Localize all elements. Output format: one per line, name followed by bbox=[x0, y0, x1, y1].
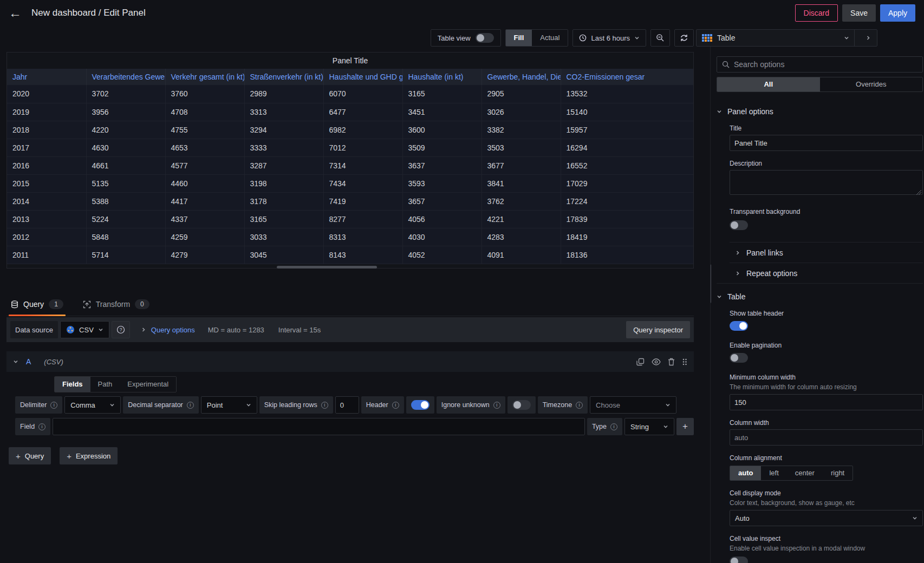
chevron-right-icon bbox=[735, 271, 740, 276]
decimal-separator-select[interactable]: Point bbox=[201, 396, 257, 414]
query-ref-id[interactable]: A bbox=[26, 357, 31, 366]
align-left-option[interactable]: left bbox=[761, 466, 786, 480]
tab-all[interactable]: All bbox=[717, 77, 820, 91]
cell-display-mode-desc: Color text, background, show as gauge, e… bbox=[730, 499, 923, 507]
max-data-points-info: MD = auto = 1283 bbox=[208, 326, 264, 334]
top-navbar: ← New dashboard / Edit Panel Discard Sav… bbox=[0, 0, 924, 26]
skip-leading-rows-input[interactable] bbox=[335, 396, 359, 414]
table-cell: 17224 bbox=[561, 192, 693, 210]
discard-button[interactable]: Discard bbox=[795, 4, 838, 22]
collapse-options-button[interactable] bbox=[860, 29, 877, 47]
back-arrow-icon[interactable]: ← bbox=[9, 6, 22, 19]
table-cell: 2018 bbox=[7, 121, 86, 139]
subtab-experimental[interactable]: Experimental bbox=[120, 377, 176, 392]
table-cell: 4091 bbox=[481, 246, 561, 264]
cell-display-mode-select[interactable]: Auto bbox=[730, 510, 923, 526]
add-query-button[interactable]: +Query bbox=[9, 447, 51, 464]
table-section-header[interactable]: Table bbox=[717, 283, 923, 301]
table-cell: 15957 bbox=[561, 121, 693, 139]
panel-links-row[interactable]: Panel links bbox=[730, 242, 923, 263]
min-column-width-input[interactable] bbox=[730, 394, 923, 410]
table-cell: 3702 bbox=[86, 85, 165, 103]
cell-display-mode-label: Cell display mode bbox=[730, 489, 923, 497]
header-toggle[interactable] bbox=[411, 400, 430, 410]
drag-handle-icon[interactable] bbox=[682, 358, 687, 366]
vertical-scrollbar[interactable] bbox=[710, 264, 711, 303]
subtab-path[interactable]: Path bbox=[90, 377, 120, 392]
panel-options-section-header[interactable]: Panel options bbox=[717, 107, 923, 116]
table-column-header[interactable]: Straßenverkehr (in kt) bbox=[244, 69, 323, 85]
query-transform-tabs: Query 1 Transform 0 bbox=[6, 294, 694, 316]
options-search-input[interactable] bbox=[734, 60, 918, 69]
fill-option[interactable]: Fill bbox=[506, 30, 532, 46]
table-column-header[interactable]: Jahr bbox=[7, 69, 86, 85]
table-column-header[interactable]: Haushalte und GHD ge bbox=[323, 69, 402, 85]
visualization-picker[interactable]: Table bbox=[696, 29, 877, 47]
duplicate-query-icon[interactable] bbox=[636, 358, 645, 366]
table-row: 201453884417317874193657376217224 bbox=[7, 192, 693, 210]
subtab-fields[interactable]: Fields bbox=[55, 377, 90, 392]
timezone-select[interactable]: Choose bbox=[590, 396, 676, 414]
apply-button[interactable]: Apply bbox=[880, 4, 915, 22]
query-options-summary: MD = auto = 1283 Interval = 15s bbox=[208, 326, 321, 334]
zoom-out-button[interactable] bbox=[650, 29, 670, 47]
align-auto-option[interactable]: auto bbox=[730, 466, 761, 480]
delimiter-select[interactable]: Comma bbox=[64, 396, 121, 414]
table-cell: 5224 bbox=[86, 210, 165, 228]
query-a-header: A (CSV) bbox=[6, 351, 694, 372]
time-range-picker[interactable]: Last 6 hours bbox=[572, 29, 646, 47]
add-field-button[interactable]: + bbox=[676, 418, 694, 435]
table-view-toggle[interactable] bbox=[476, 33, 494, 43]
collapse-chevron-icon[interactable] bbox=[13, 359, 18, 364]
info-icon: i bbox=[38, 423, 45, 430]
align-right-option[interactable]: right bbox=[823, 466, 853, 480]
table-cell: 4052 bbox=[402, 246, 481, 264]
csv-options-row: Delimiteri Comma Decimal separatori Poin… bbox=[15, 396, 694, 414]
grafana-edit-panel: ← New dashboard / Edit Panel Discard Sav… bbox=[0, 0, 924, 563]
enable-pagination-toggle[interactable] bbox=[730, 353, 748, 363]
field-input[interactable] bbox=[53, 418, 585, 435]
table-column-header[interactable]: Verkehr gesamt (in kt) bbox=[165, 69, 244, 85]
transparent-background-toggle[interactable] bbox=[730, 220, 748, 230]
refresh-button[interactable] bbox=[674, 29, 694, 47]
table-cell: 18136 bbox=[561, 246, 693, 264]
delete-query-trash-icon[interactable] bbox=[668, 358, 675, 366]
tab-query[interactable]: Query 1 bbox=[9, 294, 66, 316]
table-cell: 2014 bbox=[7, 192, 86, 210]
query-inspector-button[interactable]: Query inspector bbox=[626, 321, 690, 338]
column-width-input[interactable] bbox=[730, 429, 923, 446]
table-column-header[interactable]: Haushalte (in kt) bbox=[402, 69, 481, 85]
resize-handle-icon[interactable] bbox=[916, 190, 921, 195]
description-textarea[interactable] bbox=[730, 170, 923, 195]
repeat-options-row[interactable]: Repeat options bbox=[730, 263, 923, 283]
datasource-help-button[interactable]: ? bbox=[112, 321, 130, 338]
table-column-header[interactable]: Verarbeitendes Gewerl bbox=[86, 69, 165, 85]
table-column-header[interactable]: CO2-Emissionen gesar bbox=[561, 69, 693, 85]
tab-overrides[interactable]: Overrides bbox=[820, 77, 923, 91]
datasource-picker[interactable]: CSV bbox=[60, 321, 109, 338]
add-expression-button[interactable]: +Expression bbox=[60, 447, 118, 464]
table-cell: 4661 bbox=[86, 156, 165, 174]
csv-field-row: Fieldi Typei String + bbox=[15, 418, 694, 435]
ignore-unknown-toggle[interactable] bbox=[512, 400, 531, 410]
table-column-header[interactable]: Gewerbe, Handel, Dien bbox=[481, 69, 561, 85]
type-select[interactable]: String bbox=[624, 418, 674, 435]
table-cell: 4030 bbox=[402, 228, 481, 246]
show-table-header-toggle[interactable] bbox=[730, 321, 748, 331]
options-pane: All Overrides Panel options Title Descri… bbox=[710, 47, 924, 563]
table-cell: 3760 bbox=[165, 85, 244, 103]
save-button[interactable]: Save bbox=[842, 4, 876, 22]
hide-query-eye-icon[interactable] bbox=[652, 358, 661, 365]
table-cell: 4337 bbox=[165, 210, 244, 228]
align-center-option[interactable]: center bbox=[787, 466, 823, 480]
table-cell: 3451 bbox=[402, 103, 481, 121]
chevron-down-icon bbox=[665, 402, 671, 408]
panel-title-input[interactable] bbox=[730, 135, 923, 151]
horizontal-scrollbar[interactable] bbox=[277, 266, 377, 269]
cell-value-inspect-toggle[interactable] bbox=[730, 557, 748, 563]
table-cell: 3677 bbox=[481, 156, 561, 174]
tab-transform[interactable]: Transform 0 bbox=[81, 294, 152, 316]
actual-option[interactable]: Actual bbox=[532, 30, 568, 46]
query-options-toggle[interactable]: Query options bbox=[141, 326, 195, 334]
transparent-background-label: Transparent background bbox=[730, 208, 923, 215]
